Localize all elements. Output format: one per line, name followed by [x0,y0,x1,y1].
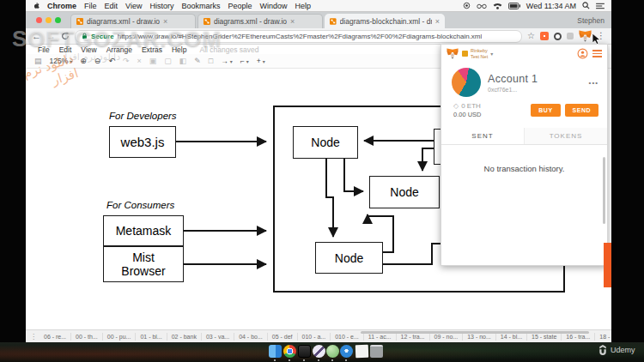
bookmark-star-icon[interactable]: ☆ [527,32,535,40]
spotlight-search-icon[interactable] [582,2,590,9]
dock-document-icon[interactable] [355,345,369,359]
chevron-down-icon: ▾ [246,58,249,64]
letterbox-left [0,0,26,362]
to-front-button[interactable]: ▣ [149,57,157,65]
page-tab[interactable]: 06 - re... [39,333,71,341]
page-tab[interactable]: 010 - a... [298,333,331,341]
metamask-tabs: SENT TOKENS [441,128,607,145]
empty-history-message: No transaction history. [441,145,607,173]
udemy-label: Udemy [611,346,635,354]
page-tab[interactable]: 04 - bo... [234,333,268,341]
extension-ring-icon[interactable] [554,33,562,40]
menu-view[interactable]: View [125,2,142,10]
menu-bookmarks[interactable]: Bookmarks [181,2,220,10]
screen: Chrome File Edit View History Bookmarks … [0,0,644,362]
page-tab[interactable]: 01 - bl... [136,333,167,341]
page-tab[interactable]: 05 - def [268,333,298,341]
browser-tab-3-active[interactable]: diagrams-blockchain.xml - dra × [325,14,445,28]
minimize-window-button[interactable] [46,17,52,23]
switch-account-icon[interactable] [577,48,588,59]
tab-sent[interactable]: SENT [441,128,525,144]
chevron-down-icon: ▾ [490,51,493,57]
connector-icon: ⌐ [240,57,245,65]
popup-scrollbar[interactable] [603,157,605,224]
tab-close-icon[interactable]: × [290,17,295,26]
tab-title: diagrams-blockchain.xml - dra [340,17,432,26]
glasses-icon[interactable] [477,3,487,9]
page-tab[interactable]: 00 - pu... [103,333,137,341]
metamask-popup: Rinkeby Test Net ▾ Account 1 0xcf76e1... [440,44,608,266]
menu-file[interactable]: File [84,2,97,10]
dock-safari-icon[interactable] [340,345,353,358]
hamburger-menu-icon[interactable] [592,50,602,57]
record-icon[interactable] [463,2,471,9]
drawio-favicon [204,18,210,25]
menu-clock[interactable]: Wed 11:34 AM [526,2,576,10]
arrow-style-dropdown[interactable]: → ▾ [221,57,233,65]
udemy-logo: Udemy [598,345,635,355]
plus-icon: + [257,57,261,65]
pencil-style-button[interactable]: ✎ [194,57,201,65]
eth-balance: 0 ETH [461,102,481,110]
zoom-window-button[interactable] [55,17,61,23]
notification-center-icon[interactable] [596,3,605,9]
close-window-button[interactable] [36,17,42,23]
dock-running-dot [274,359,276,361]
tab-close-icon[interactable]: × [435,17,440,26]
fill-color-button[interactable]: ◧ [179,57,187,65]
dock-chrome-icon[interactable] [283,345,296,358]
account-address[interactable]: 0xcf76e1... [488,87,538,93]
account-options-icon[interactable]: ••• [589,79,598,87]
udemy-mark-icon [598,345,608,355]
extension-gray-icon[interactable] [567,33,574,39]
dock-running-dot [345,359,347,361]
buy-button[interactable]: BUY [531,104,560,117]
tab-title: diagrams.xml - draw.io [214,17,287,26]
apple-icon[interactable] [33,2,39,10]
watermark-persian-2: دانلود نرم افزار [60,51,120,63]
battery-icon[interactable] [508,3,520,9]
account-avatar[interactable] [452,68,481,97]
chrome-profile-name[interactable]: Stephen [577,16,605,25]
tab-tokens[interactable]: TOKENS [525,128,607,144]
dock-editor-icon[interactable] [313,345,325,358]
mouse-cursor [592,33,601,45]
udemy-watermark-bar [604,243,611,287]
menu-people[interactable]: People [228,2,252,10]
menu-app-name[interactable]: Chrome [47,2,76,10]
shape-button[interactable]: □ [209,57,213,65]
page-tab[interactable]: 02 - bank [167,333,202,341]
dock-running-dot [331,359,333,361]
menu-edit[interactable]: Edit [105,2,118,10]
page-tab[interactable]: 03 - va... [202,333,234,341]
account-name: Account 1 [488,73,538,85]
wifi-icon[interactable] [493,3,502,9]
delete-button[interactable]: × [137,57,141,65]
extension-postman-icon[interactable] [540,32,549,40]
to-back-button[interactable]: ▢ [164,57,172,65]
page-tab[interactable]: 18 - ov... [595,333,611,341]
connector-style-dropdown[interactable]: ⌐ ▾ [240,57,249,65]
menu-history[interactable]: History [149,2,173,10]
account-row: Account 1 0xcf76e1... ••• [441,61,607,100]
menu-window[interactable]: Window [259,2,287,10]
dock-trash-icon[interactable] [370,345,383,358]
dock-green-app-icon[interactable] [326,345,339,358]
metamask-fox-icon[interactable] [579,30,592,42]
page-tabs-handle-icon[interactable]: ⋮ [27,333,39,341]
network-dropdown[interactable]: Rinkeby Test Net ▾ [462,48,493,59]
page-tabs-scrollbar[interactable] [361,331,589,334]
eth-diamond-icon: ◇ [453,102,459,110]
menu-help[interactable]: Help [295,2,311,10]
redo-button[interactable]: ↷ [123,57,130,65]
page-tab[interactable]: 010 - e... [331,333,364,341]
insert-dropdown[interactable]: + ▾ [257,57,265,65]
page-tab[interactable]: 00 - th... [71,333,103,341]
send-button[interactable]: SEND [565,104,598,117]
dock-finder-icon[interactable] [269,345,282,358]
network-name-line1: Rinkeby [471,48,488,53]
dock-terminal-icon[interactable] [298,345,311,358]
usd-balance: 0.00 USD [453,111,482,118]
letterbox-right [611,0,644,342]
tab-close-icon[interactable]: × [163,17,167,26]
